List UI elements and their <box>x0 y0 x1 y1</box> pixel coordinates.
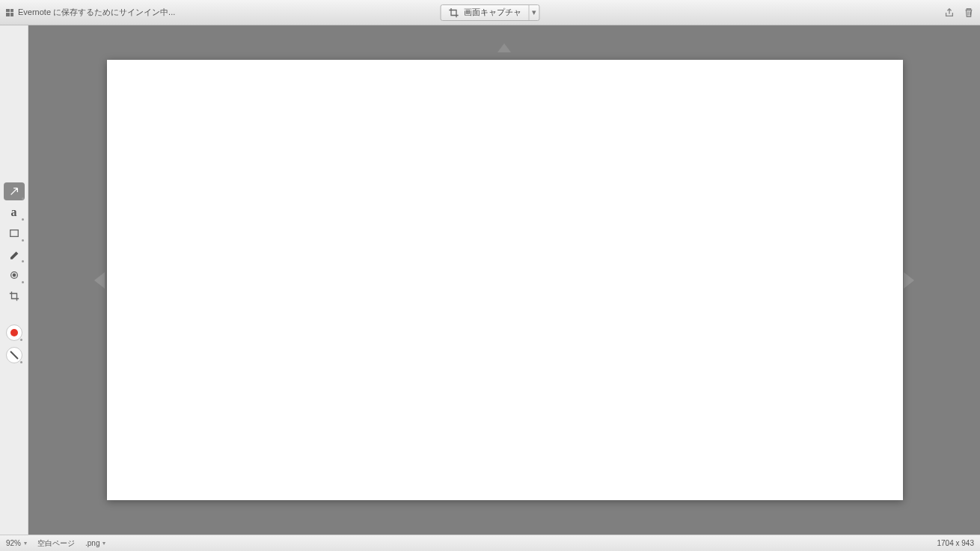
statusbar: 92%▾ 空白ページ .png▾ 1704 x 943 <box>0 535 980 551</box>
stroke-style[interactable] <box>6 347 22 363</box>
pixelate-tool[interactable] <box>4 266 25 284</box>
window-title: Evernote に保存するためにサインイン中... <box>18 7 175 18</box>
text-tool[interactable]: a <box>4 203 25 221</box>
page-up-arrow[interactable] <box>497 43 511 52</box>
canvas[interactable] <box>107 60 903 500</box>
page-label: 空白ページ <box>37 538 75 549</box>
arrow-tool[interactable] <box>4 182 25 200</box>
format-value: .png <box>85 539 99 547</box>
app-menu-icon[interactable] <box>6 9 13 16</box>
prev-page-arrow[interactable] <box>94 272 105 289</box>
topbar: Evernote に保存するためにサインイン中... 画面キャプチャ ▾ <box>0 0 980 25</box>
stroke-line-icon <box>10 351 18 359</box>
capture-dropdown[interactable]: ▾ <box>529 5 539 20</box>
crop-tool[interactable] <box>4 287 25 305</box>
share-icon[interactable] <box>944 7 955 18</box>
capture-button[interactable]: 画面キャプチャ <box>441 5 529 20</box>
svg-point-2 <box>13 274 16 277</box>
rectangle-tool[interactable] <box>4 224 25 242</box>
zoom-value: 92% <box>6 539 21 547</box>
color-swatch[interactable] <box>6 324 22 341</box>
text-a-icon: a <box>11 206 17 218</box>
crop-icon <box>449 7 459 18</box>
pen-tool[interactable] <box>4 245 25 263</box>
trash-icon[interactable] <box>964 7 974 18</box>
image-dimensions: 1704 x 943 <box>937 539 975 547</box>
svg-rect-0 <box>10 230 18 237</box>
color-swatch-fill <box>10 329 18 336</box>
next-page-arrow[interactable] <box>904 272 914 289</box>
capture-button-label: 画面キャプチャ <box>464 7 521 18</box>
format-selector[interactable]: .png▾ <box>85 539 105 547</box>
editor-stage <box>28 25 980 535</box>
toolbox: a <box>0 25 28 535</box>
capture-button-group: 画面キャプチャ ▾ <box>441 4 540 21</box>
zoom-control[interactable]: 92%▾ <box>6 539 27 547</box>
